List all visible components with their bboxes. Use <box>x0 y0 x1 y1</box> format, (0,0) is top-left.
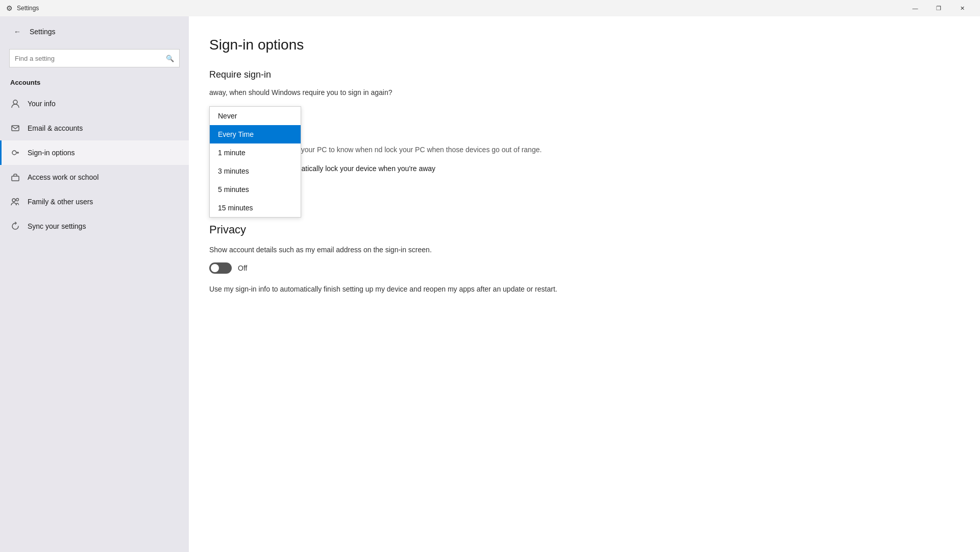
privacy-title: Privacy <box>209 223 949 236</box>
svg-rect-3 <box>12 176 19 181</box>
nav-item-family-users[interactable]: Family & other users <box>0 189 189 214</box>
dropdown-option-every-time[interactable]: Every Time <box>210 125 301 143</box>
dynamic-lock-desc: se devices that are paired to your PC to… <box>209 145 949 155</box>
privacy-desc-1: Show account details such as my email ad… <box>209 245 949 255</box>
sync-settings-label: Sync your settings <box>28 222 86 230</box>
dynamic-lock-section: ic lock se devices that are paired to yo… <box>209 129 949 207</box>
require-signin-desc: away, when should Windows require you to… <box>209 87 949 98</box>
sign-in-options-label: Sign-in options <box>28 149 75 157</box>
nav-item-email-accounts[interactable]: Email & accounts <box>0 116 189 140</box>
family-users-label: Family & other users <box>28 198 93 206</box>
restore-button[interactable]: ❐ <box>927 0 950 16</box>
nav-item-your-info[interactable]: Your info <box>0 91 189 116</box>
access-work-label: Access work or school <box>28 173 99 181</box>
bluetooth-link[interactable]: Bluetooth & other devices <box>209 184 949 193</box>
dropdown-option-1-minute[interactable]: 1 minute <box>210 143 301 162</box>
briefcase-icon <box>10 172 20 182</box>
your-info-label: Your info <box>28 100 56 108</box>
titlebar-icon: ⚙ <box>6 4 13 12</box>
privacy-toggle[interactable] <box>209 262 232 274</box>
your-info-icon <box>10 99 20 109</box>
sidebar-app-title: Settings <box>30 28 56 36</box>
people-icon <box>10 197 20 207</box>
svg-rect-1 <box>12 126 19 131</box>
search-box: 🔍 <box>9 49 180 67</box>
privacy-section: Privacy Show account details such as my … <box>209 223 949 295</box>
email-icon <box>10 123 20 133</box>
privacy-desc-2: Use my sign-in info to automatically fin… <box>209 284 949 295</box>
minimize-button[interactable]: — <box>903 0 927 16</box>
email-accounts-label: Email & accounts <box>28 124 83 132</box>
dropdown-menu: Never Every Time 1 minute 3 minutes 5 mi… <box>209 106 301 218</box>
main-content: Sign-in options Require sign-in away, wh… <box>189 16 980 552</box>
dropdown-option-5-minutes[interactable]: 5 minutes <box>210 180 301 199</box>
back-button[interactable]: ← <box>10 25 24 39</box>
dynamic-lock-title: ic lock <box>209 129 949 139</box>
sidebar-header: ← Settings <box>0 16 189 47</box>
dropdown-option-3-minutes[interactable]: 3 minutes <box>210 162 301 180</box>
accounts-section-label: Accounts <box>0 76 189 91</box>
close-button[interactable]: ✕ <box>950 0 974 16</box>
dynamic-lock-checkbox-row: Allow Windows to automatically lock your… <box>209 163 949 174</box>
svg-point-5 <box>16 199 19 201</box>
titlebar-title: Settings <box>17 5 39 12</box>
dropdown-option-never[interactable]: Never <box>210 107 301 125</box>
titlebar-controls: — ❐ ✕ <box>903 0 974 16</box>
sidebar: ← Settings 🔍 Accounts Your info <box>0 16 189 552</box>
nav-item-sync-settings[interactable]: Sync your settings <box>0 214 189 238</box>
svg-point-0 <box>13 100 17 104</box>
search-icon: 🔍 <box>166 55 174 62</box>
toggle-off-label: Off <box>238 264 247 272</box>
nav-item-sign-in-options[interactable]: Sign-in options <box>0 140 189 165</box>
svg-point-4 <box>12 199 15 202</box>
svg-point-2 <box>12 151 16 155</box>
key-icon <box>10 148 20 158</box>
search-container: 🔍 <box>9 49 180 67</box>
privacy-toggle-row: Off <box>209 262 949 274</box>
sync-icon <box>10 221 20 231</box>
titlebar: ⚙ Settings — ❐ ✕ <box>0 0 980 16</box>
learn-more-link[interactable]: Learn more <box>209 199 949 207</box>
search-input[interactable] <box>15 55 166 62</box>
page-title: Sign-in options <box>209 37 949 53</box>
dropdown-option-15-minutes[interactable]: 15 minutes <box>210 199 301 217</box>
nav-item-access-work[interactable]: Access work or school <box>0 165 189 189</box>
app-body: ← Settings 🔍 Accounts Your info <box>0 16 980 552</box>
require-signin-title: Require sign-in <box>209 69 949 80</box>
